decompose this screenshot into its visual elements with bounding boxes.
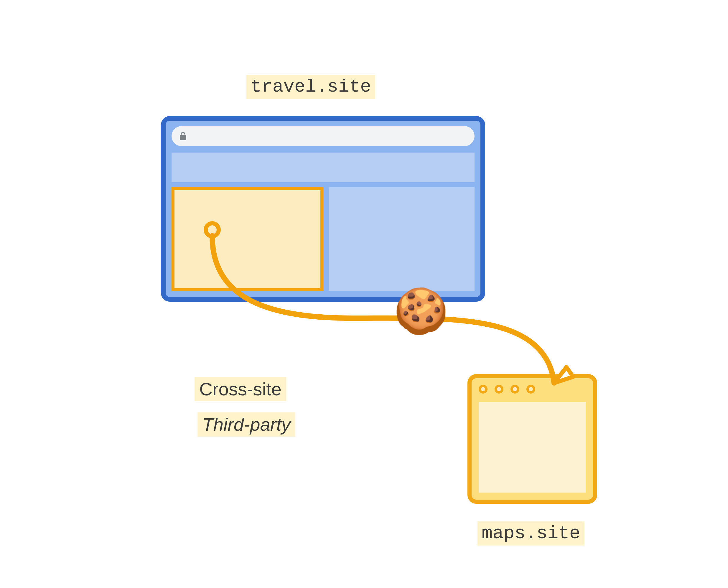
diagram-canvas: travel.site maps.site Cross-site Third-p… [0, 0, 728, 588]
window-dot-icon [526, 385, 535, 394]
lock-icon [180, 132, 186, 140]
caption-third-party: Third-party [198, 413, 295, 437]
window-dot-icon [494, 385, 503, 394]
browser-window-primary [161, 116, 485, 302]
window-controls [479, 385, 535, 394]
browser-content-primary [171, 153, 474, 291]
browser-window-thirdparty [467, 374, 597, 504]
label-site-thirdparty: maps.site [478, 521, 584, 546]
url-bar [171, 126, 474, 146]
window-dot-icon [479, 385, 487, 394]
page-content-placeholder [329, 187, 474, 291]
thirdparty-content [479, 402, 586, 492]
cookie-icon: 🍪 [393, 289, 449, 333]
window-dot-icon [510, 385, 519, 394]
label-site-primary: travel.site [246, 75, 375, 99]
embedded-thirdparty-frame [171, 187, 323, 291]
page-header-placeholder [171, 153, 474, 182]
caption-cross-site: Cross-site [195, 377, 286, 401]
